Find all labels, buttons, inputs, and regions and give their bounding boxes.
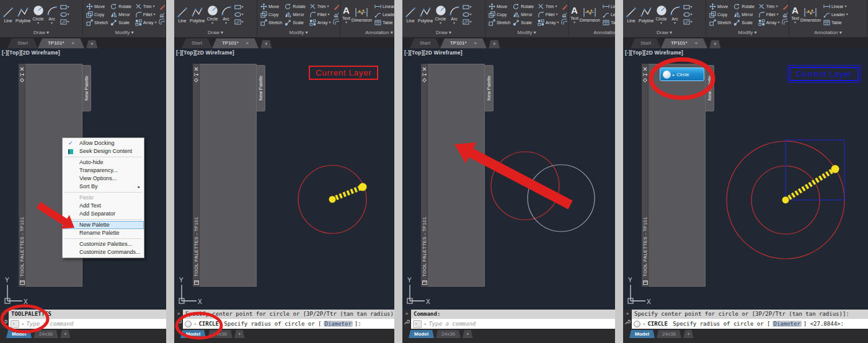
gray-circle[interactable] bbox=[528, 165, 595, 232]
palette-properties-icon[interactable] bbox=[643, 280, 648, 285]
autohide-icon[interactable] bbox=[643, 72, 647, 77]
explode-button[interactable] bbox=[782, 12, 789, 17]
array-button[interactable]: Array▾ bbox=[538, 19, 560, 26]
fillet-button[interactable]: Fillet▾ bbox=[758, 11, 781, 18]
chevron-down-icon[interactable]: ▾ bbox=[574, 21, 575, 24]
tab-drawing[interactable]: TP101*× bbox=[38, 38, 84, 48]
new-drawing-button[interactable]: + bbox=[260, 40, 272, 48]
chevron-down-icon[interactable]: ▾ bbox=[691, 13, 693, 16]
viewport[interactable]: [-][Top][2D Wireframe] TOOL PALETTES - T… bbox=[0, 48, 166, 310]
array-button[interactable]: Array▾ bbox=[135, 19, 157, 26]
menu-item-seek-design-content[interactable]: Seek Design Content bbox=[63, 147, 144, 155]
chevron-down-icon[interactable]: ▾ bbox=[470, 13, 472, 16]
polyline-button[interactable]: Polyline bbox=[190, 6, 205, 24]
new-drawing-button[interactable]: + bbox=[489, 40, 500, 48]
close-icon[interactable] bbox=[20, 67, 24, 71]
hatch-button[interactable]: ▾ bbox=[463, 19, 472, 25]
erase-button[interactable] bbox=[159, 4, 166, 10]
table-button[interactable]: Table bbox=[823, 19, 851, 26]
scale-button[interactable]: Scale bbox=[285, 19, 307, 26]
trim-button[interactable]: Trim▾ bbox=[135, 3, 157, 10]
chevron-down-icon[interactable]: ▾ bbox=[844, 5, 846, 8]
viewport[interactable]: [-][Top][2D Wireframe] TOOL PALETTES - T… bbox=[402, 48, 615, 310]
viewport-controls-label[interactable]: [-][Top][2D Wireframe] bbox=[625, 50, 683, 56]
palette-titlebar[interactable]: TOOL PALETTES - TP101 bbox=[642, 64, 649, 287]
move-button[interactable]: Move bbox=[489, 3, 511, 10]
linear-button[interactable]: Linear▾ bbox=[603, 3, 615, 10]
rectangle-button[interactable]: ▾ bbox=[60, 4, 69, 10]
table-button[interactable]: Table bbox=[603, 19, 615, 26]
line-button[interactable]: Line bbox=[625, 6, 637, 24]
command-input[interactable]: >_ - Type a command bbox=[411, 319, 615, 329]
chevron-down-icon[interactable]: ▾ bbox=[68, 6, 69, 9]
ellipse-button[interactable]: ▾ bbox=[463, 12, 472, 17]
leader-button[interactable]: Leader▾ bbox=[374, 11, 394, 18]
chevron-down-icon[interactable]: ▾ bbox=[794, 21, 796, 24]
radius-grip-point[interactable] bbox=[831, 165, 839, 173]
chevron-down-icon[interactable]: ▾ bbox=[660, 22, 662, 25]
scale-button[interactable]: Scale bbox=[513, 19, 535, 26]
tab-drawing[interactable]: TP101*× bbox=[440, 38, 487, 48]
rotate-button[interactable]: Rotate bbox=[285, 3, 307, 10]
palette-tab-new-palette[interactable]: New Palette bbox=[82, 65, 91, 111]
circle-button[interactable]: Circle ▾ bbox=[206, 4, 219, 25]
rectangle-button[interactable]: ▾ bbox=[234, 4, 244, 10]
line-button[interactable]: Line bbox=[176, 6, 188, 24]
dimension-button[interactable]: Dimension bbox=[580, 7, 600, 23]
tool-palette[interactable]: TOOL PALETTES - TP101 New Palette bbox=[421, 64, 494, 287]
rectangle-button[interactable]: ▾ bbox=[683, 4, 693, 10]
circle-button[interactable]: Circle ▾ bbox=[435, 4, 447, 25]
palette-tab-new-palette[interactable]: New Palette bbox=[485, 65, 494, 111]
menu-item-auto-hide[interactable]: Auto-hide bbox=[63, 158, 144, 167]
tab-start[interactable]: Start bbox=[410, 38, 440, 48]
rectangle-button[interactable]: ▾ bbox=[463, 4, 472, 10]
close-icon[interactable]: × bbox=[626, 311, 629, 316]
offset-button[interactable] bbox=[561, 19, 568, 25]
chevron-down-icon[interactable]: ▾ bbox=[153, 5, 154, 8]
modify-panel-label[interactable]: Modify ▾ bbox=[485, 29, 568, 37]
customize-wrench-icon[interactable] bbox=[404, 319, 410, 325]
palette-tab-new-palette[interactable]: New Palette bbox=[257, 65, 265, 111]
trim-button[interactable]: Trim▾ bbox=[309, 3, 332, 10]
polyline-button[interactable]: Polyline bbox=[16, 6, 31, 24]
mirror-button[interactable]: Mirror bbox=[513, 11, 535, 18]
new-layout-button[interactable]: + bbox=[683, 330, 694, 338]
stretch-button[interactable]: Stretch bbox=[709, 19, 732, 26]
properties-gear-icon[interactable] bbox=[194, 78, 198, 82]
chevron-down-icon[interactable]: ▾ bbox=[154, 21, 156, 24]
viewport-controls-label[interactable]: [-][Top][2D Wireframe] bbox=[176, 50, 234, 56]
menu-item-transparency[interactable]: Transparency... bbox=[63, 167, 144, 175]
text-button[interactable]: A Text ▾ bbox=[342, 5, 350, 24]
erase-button[interactable] bbox=[782, 4, 789, 10]
tab-drawing[interactable]: TP101*× bbox=[212, 38, 259, 48]
menu-item-view-options[interactable]: View Options... bbox=[63, 175, 144, 183]
new-drawing-button[interactable]: + bbox=[86, 40, 97, 48]
text-button[interactable]: A Text ▾ bbox=[791, 5, 799, 24]
chevron-down-icon[interactable]: ▾ bbox=[327, 5, 329, 8]
hatch-button[interactable]: ▾ bbox=[60, 19, 69, 25]
chevron-down-icon[interactable]: ▾ bbox=[776, 5, 777, 8]
circle-button[interactable]: Circle ▾ bbox=[655, 4, 668, 25]
model-tab[interactable]: Model bbox=[629, 330, 655, 338]
tab-start[interactable]: Start bbox=[631, 38, 661, 48]
chevron-down-icon[interactable]: ▾ bbox=[68, 13, 69, 16]
menu-item-add-separator[interactable]: Add Separator bbox=[63, 210, 144, 218]
stretch-button[interactable]: Stretch bbox=[489, 19, 511, 26]
close-icon[interactable] bbox=[643, 67, 647, 71]
polyline-button[interactable]: Polyline bbox=[639, 6, 654, 24]
chevron-down-icon[interactable]: ▾ bbox=[556, 13, 557, 16]
offset-button[interactable] bbox=[333, 19, 340, 25]
tool-palette[interactable]: TOOL PALETTES - TP101 ▸ Circle New Palet… bbox=[642, 64, 714, 287]
menu-item-new-palette[interactable]: New Palette bbox=[63, 221, 144, 229]
move-button[interactable]: Move bbox=[260, 3, 283, 10]
arc-button[interactable]: Arc ▾ bbox=[46, 4, 58, 25]
chevron-down-icon[interactable]: ▾ bbox=[329, 21, 330, 24]
linear-button[interactable]: Linear▾ bbox=[374, 3, 394, 10]
text-button[interactable]: A Text ▾ bbox=[570, 5, 578, 24]
menu-item-customize-commands[interactable]: Customize Commands... bbox=[63, 248, 144, 256]
stretch-button[interactable]: Stretch bbox=[260, 19, 283, 26]
array-button[interactable]: Array▾ bbox=[758, 19, 781, 26]
chevron-down-icon[interactable]: ▾ bbox=[470, 6, 472, 9]
scale-button[interactable]: Scale bbox=[733, 19, 756, 26]
dimension-button[interactable]: Dimension bbox=[352, 7, 372, 23]
